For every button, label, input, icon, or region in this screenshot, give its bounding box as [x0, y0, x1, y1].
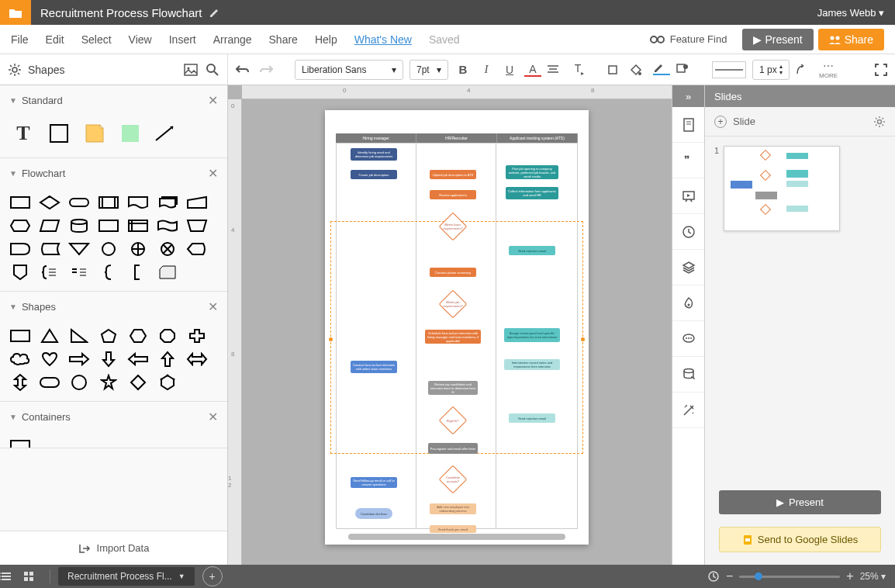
paper-tape-shape[interactable]	[155, 216, 180, 235]
flowchart-node[interactable]: Create job description	[351, 170, 397, 179]
brace-note-shape[interactable]	[37, 263, 62, 282]
import-data-button[interactable]: Import Data	[0, 531, 227, 565]
flowchart-node[interactable]: Send rejection email	[509, 246, 555, 255]
container-shape[interactable]	[8, 437, 33, 448]
delay-shape[interactable]	[8, 240, 33, 258]
process-shape[interactable]	[8, 193, 33, 212]
menu-select[interactable]: Select	[81, 33, 112, 46]
panel-shapes-header[interactable]: ▼Shapes✕	[0, 292, 227, 322]
bracket-shape[interactable]	[126, 263, 150, 282]
document-shape[interactable]	[126, 193, 150, 212]
display-shape[interactable]	[185, 240, 209, 258]
horizontal-scrollbar[interactable]	[348, 534, 565, 540]
brace-shape[interactable]	[96, 263, 121, 282]
zoom-slider[interactable]	[739, 576, 840, 578]
edit-title-icon[interactable]	[209, 8, 219, 18]
flowchart-node[interactable]: Assign review panel and specific topics/…	[504, 328, 560, 342]
magic-icon[interactable]	[672, 393, 704, 428]
flowchart-node[interactable]: Send rejection email	[509, 413, 555, 423]
preparation-shape[interactable]	[8, 216, 33, 235]
underline-icon[interactable]: U	[501, 64, 518, 76]
flowchart-node[interactable]: Collect information from applicants and …	[506, 187, 558, 199]
flowchart-node[interactable]: Review top candidates and interview team…	[428, 381, 478, 395]
list-view-icon[interactable]	[0, 571, 23, 582]
right-triangle-shape[interactable]	[67, 327, 92, 345]
zoom-level[interactable]: 25% ▾	[860, 571, 886, 582]
direct-data-shape[interactable]	[96, 216, 121, 235]
shape-options-icon[interactable]	[676, 64, 693, 76]
chat-icon[interactable]	[672, 321, 704, 357]
flowchart-node[interactable]: Add new employee into onboarding process	[430, 503, 476, 514]
sync-icon[interactable]	[707, 570, 720, 583]
flowchart-node[interactable]: Identify hiring need and determine job r…	[351, 148, 397, 161]
arrow-up-shape[interactable]	[155, 350, 180, 368]
note-shape[interactable]	[82, 122, 107, 145]
page-tab[interactable]: Recruitment Process Fl...▼	[58, 567, 195, 586]
data-icon[interactable]	[672, 357, 704, 393]
close-icon[interactable]: ✕	[208, 299, 218, 314]
manual-op-shape[interactable]	[185, 216, 209, 235]
flowchart-node[interactable]: Schedule face-to-face interview with hir…	[425, 330, 481, 344]
feature-find[interactable]: Feature Find	[650, 33, 727, 45]
redo-icon[interactable]	[259, 64, 276, 75]
menu-view[interactable]: View	[129, 33, 152, 46]
present-button[interactable]: ▶ Present	[742, 29, 813, 50]
hexagon-shape[interactable]	[126, 327, 150, 345]
cross-shape[interactable]	[185, 327, 209, 345]
menu-share[interactable]: Share	[269, 33, 298, 46]
collapse-icon[interactable]: »	[672, 85, 704, 107]
stored-data-shape[interactable]	[37, 240, 62, 258]
diamond-shape[interactable]	[126, 373, 150, 392]
flowchart-node[interactable]: Send thank you email	[430, 525, 476, 533]
grid-view-icon[interactable]	[23, 571, 47, 582]
menu-whats-new[interactable]: What's New	[354, 33, 412, 46]
presentation-icon[interactable]	[672, 178, 704, 214]
gear-icon[interactable]	[873, 116, 886, 128]
theme-icon[interactable]	[672, 285, 704, 321]
menu-arrange[interactable]: Arrange	[213, 33, 252, 46]
swimlane-header[interactable]: Hiring manager HR/Recruiter Applicant tr…	[336, 133, 578, 143]
connector-shape[interactable]	[96, 240, 121, 258]
triangle-shape[interactable]	[37, 327, 62, 345]
heart-shape[interactable]	[37, 350, 62, 368]
line-width-select[interactable]: 1 px▴▾	[752, 60, 790, 80]
block-shape[interactable]	[47, 122, 71, 145]
flowchart-node[interactable]: Conduct face-to-face interview with sele…	[351, 361, 397, 373]
bold-icon[interactable]: B	[454, 63, 472, 76]
history-icon[interactable]	[672, 214, 704, 250]
crop-icon[interactable]	[606, 64, 624, 76]
merge-shape[interactable]	[67, 240, 92, 258]
star-shape[interactable]	[96, 373, 121, 392]
close-icon[interactable]: ✕	[208, 166, 218, 181]
user-menu[interactable]: James Webb ▾	[807, 7, 895, 19]
line-style-select[interactable]	[712, 61, 746, 78]
multidoc-shape[interactable]	[155, 193, 180, 212]
offpage-shape[interactable]	[8, 263, 33, 282]
flowchart-node[interactable]: Review applications	[430, 190, 476, 199]
canvas-area[interactable]: 0 4 8 0 4 8 12 Hiring manager HR/Recruit…	[228, 85, 672, 565]
document-title[interactable]: Recruitment Process Flowchart	[40, 6, 202, 19]
more-button[interactable]: ⋯MORE	[819, 60, 838, 79]
slides-present-button[interactable]: ▶ Present	[719, 490, 881, 514]
close-icon[interactable]: ✕	[208, 93, 218, 108]
gear-icon[interactable]	[8, 63, 22, 77]
cloud-shape[interactable]	[8, 350, 33, 368]
predefined-shape[interactable]	[96, 193, 121, 212]
octagon-shape[interactable]	[155, 327, 180, 345]
flowchart-node[interactable]: Upload job description to ATS	[430, 170, 476, 179]
arrow-lr-shape[interactable]	[185, 350, 209, 368]
pentagon-shape[interactable]	[96, 327, 121, 345]
manual-input-shape[interactable]	[185, 193, 209, 212]
zoom-out-button[interactable]: −	[726, 569, 733, 583]
arrow-ud-shape[interactable]	[8, 373, 33, 392]
note-shape-2[interactable]	[67, 263, 92, 282]
fullscreen-icon[interactable]	[875, 64, 887, 76]
line-shape[interactable]	[154, 122, 178, 145]
menu-insert[interactable]: Insert	[169, 33, 196, 46]
flowchart-node[interactable]: Pre-register and email offer letter	[428, 443, 478, 454]
comment-icon[interactable]: ❞	[672, 143, 704, 178]
add-slide-button[interactable]: + Slide	[705, 107, 895, 137]
page-icon[interactable]	[672, 107, 704, 143]
flowchart-node[interactable]: Send follow-up email or call to answer q…	[351, 477, 397, 488]
slide-thumbnail[interactable]	[724, 146, 840, 231]
